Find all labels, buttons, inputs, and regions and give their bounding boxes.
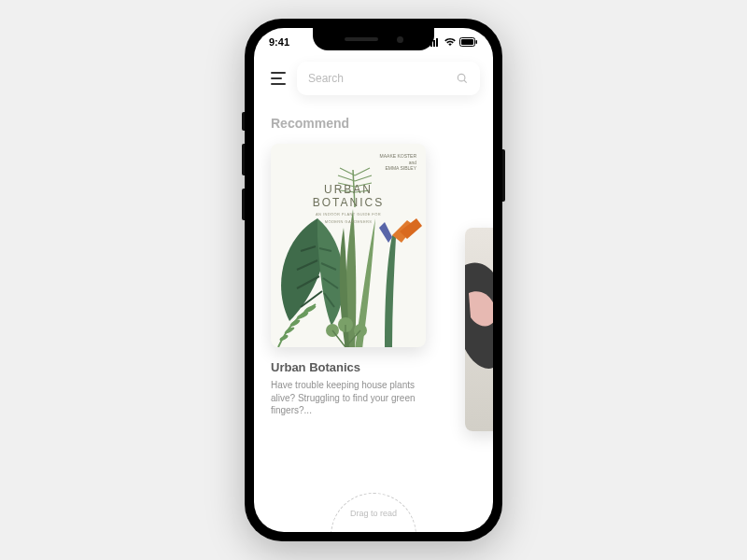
top-bar — [271, 62, 476, 95]
svg-rect-5 — [461, 39, 473, 45]
status-time: 9:41 — [269, 36, 289, 48]
svg-rect-3 — [436, 38, 438, 47]
side-button-right — [502, 149, 505, 202]
menu-icon — [271, 72, 286, 74]
book-description: Have trouble keeping house plants alive?… — [271, 379, 426, 417]
recommend-carousel[interactable]: MAAKE KOSTER and EMMA SIBLEY URBAN BOTAN… — [271, 144, 476, 417]
svg-line-8 — [464, 80, 467, 83]
svg-rect-2 — [433, 40, 435, 47]
drag-label: Drag to read — [350, 509, 397, 518]
notch — [313, 28, 434, 50]
status-indicators — [428, 37, 478, 47]
search-input[interactable] — [308, 72, 448, 85]
next-card-peek[interactable] — [465, 228, 493, 431]
search-icon[interactable] — [456, 72, 469, 85]
wifi-icon — [444, 37, 457, 47]
battery-icon — [459, 37, 478, 47]
svg-rect-6 — [476, 40, 478, 44]
section-title: Recommend — [271, 116, 476, 131]
app-content: Recommend MAAKE KOSTER and EMMA SIBLEY U… — [254, 62, 493, 532]
phone-frame: 9:41 Recommend — [245, 19, 502, 541]
book-cover[interactable]: MAAKE KOSTER and EMMA SIBLEY URBAN BOTAN… — [271, 144, 426, 347]
side-buttons-left — [242, 112, 245, 233]
menu-button[interactable] — [271, 72, 286, 85]
book-card[interactable]: MAAKE KOSTER and EMMA SIBLEY URBAN BOTAN… — [271, 144, 426, 417]
drag-to-read[interactable]: Drag to read — [331, 493, 416, 532]
svg-point-13 — [303, 304, 317, 314]
cover-title: URBAN BOTANICS AN INDOOR PLANT GUIDE FOR… — [313, 183, 384, 224]
book-title: Urban Botanics — [271, 360, 426, 374]
plants-illustration — [271, 144, 426, 347]
svg-point-7 — [458, 74, 465, 81]
screen: 9:41 Recommend — [254, 28, 493, 532]
search-box[interactable] — [297, 62, 480, 95]
